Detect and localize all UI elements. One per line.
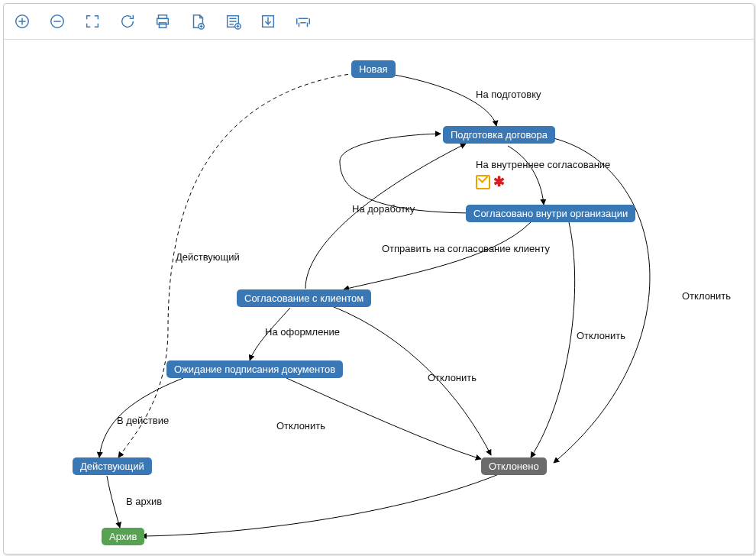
- app-frame: Новая Подготовка договора Согласовано вн…: [3, 3, 754, 554]
- new-document-button[interactable]: [187, 11, 208, 32]
- label-to-rework: На доработку: [352, 203, 415, 215]
- label-to-client: Отправить на согласование клиенту: [382, 243, 550, 254]
- toolbar: [4, 4, 754, 40]
- label-to-format: На оформление: [265, 326, 340, 338]
- state-waitdocs[interactable]: Ожидание подписания документов: [166, 360, 343, 378]
- label-active-dashed: Действующий: [176, 251, 240, 263]
- label-to-archive: В архив: [126, 496, 162, 507]
- print-button[interactable]: [152, 11, 173, 32]
- state-internal[interactable]: Согласовано внутри организации: [466, 205, 635, 222]
- validation-icons: ✱: [476, 173, 505, 190]
- label-to-active: В действие: [117, 415, 169, 426]
- label-reject-prepare: Отклонить: [682, 290, 731, 302]
- reload-button[interactable]: [117, 11, 138, 32]
- label-to-internal: На внутреннее согласование: [476, 159, 610, 170]
- asterisk-icon: ✱: [493, 174, 505, 189]
- svg-rect-7: [159, 23, 166, 27]
- label-reject-client: Отклонить: [428, 372, 477, 383]
- fit-screen-button[interactable]: [82, 11, 103, 32]
- check-icon: [476, 175, 490, 189]
- zoom-in-button[interactable]: [11, 11, 33, 32]
- zoom-out-button[interactable]: [47, 11, 68, 32]
- label-to-prepare: На подготовку: [476, 89, 541, 100]
- state-prepare[interactable]: Подготовка договора: [443, 126, 555, 144]
- state-client[interactable]: Согласование с клиентом: [237, 289, 371, 307]
- label-reject-waitdocs: Отклонить: [276, 420, 325, 432]
- state-archive[interactable]: Архив: [102, 528, 144, 545]
- new-form-button[interactable]: [222, 11, 244, 32]
- diagram-canvas[interactable]: Новая Подготовка договора Согласовано вн…: [4, 39, 754, 554]
- state-active[interactable]: Действующий: [73, 457, 152, 475]
- align-button[interactable]: [292, 11, 314, 32]
- edges-layer: [4, 39, 754, 554]
- state-new[interactable]: Новая: [351, 60, 396, 78]
- label-reject-internal: Отклонить: [577, 330, 625, 341]
- export-diagram-button[interactable]: [257, 11, 279, 32]
- state-rejected[interactable]: Отклонено: [481, 457, 547, 475]
